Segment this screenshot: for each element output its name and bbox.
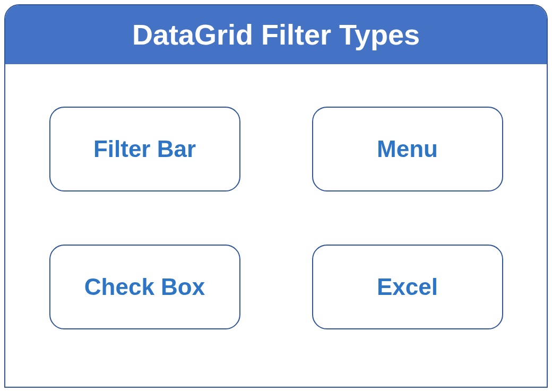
tile-label: Excel: [377, 274, 438, 300]
panel-body: Filter Bar Menu Check Box Excel: [5, 64, 547, 345]
filter-types-panel: DataGrid Filter Types Filter Bar Menu Ch…: [4, 4, 548, 388]
tile-check-box: Check Box: [49, 245, 240, 329]
tile-label: Filter Bar: [93, 136, 196, 162]
tile-filter-bar: Filter Bar: [49, 107, 240, 191]
panel-title: DataGrid Filter Types: [5, 5, 547, 64]
tile-label: Menu: [377, 136, 438, 162]
tile-label: Check Box: [84, 274, 205, 300]
tile-excel: Excel: [312, 245, 503, 329]
tile-menu: Menu: [312, 107, 503, 191]
